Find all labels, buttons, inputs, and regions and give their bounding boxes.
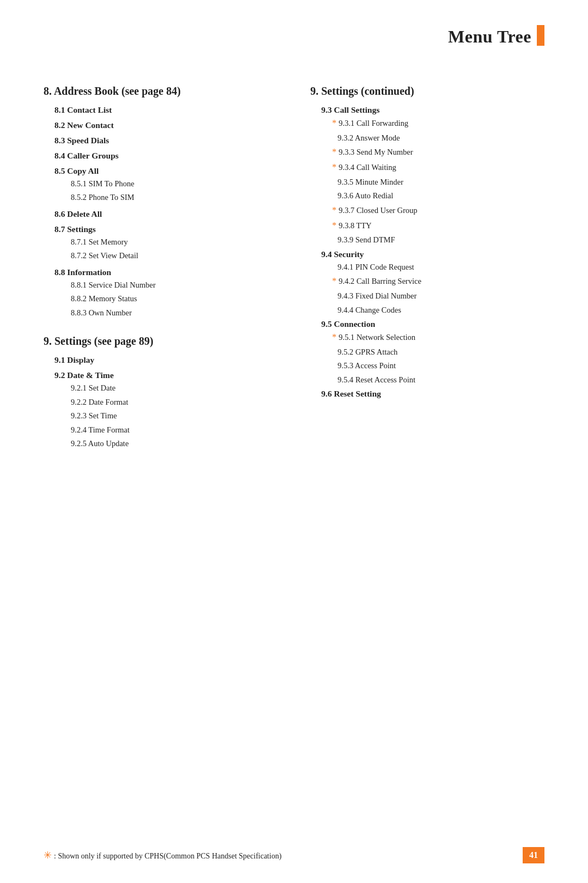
item-9-3-9: 9.3.9 Send DTMF — [310, 234, 544, 246]
item-9-3-3: * 9.3.3 Send My Number — [310, 145, 544, 159]
item-8-8-2: 8.8.2 Memory Status — [44, 293, 278, 305]
item-9-4-1: 9.4.1 PIN Code Request — [310, 261, 544, 273]
item-9-4-3: 9.4.3 Fixed Dial Number — [310, 290, 544, 302]
item-9-3-3-text: 9.3.3 Send My Number — [339, 146, 413, 158]
item-8-8-3: 8.8.3 Own Number — [44, 307, 278, 319]
item-9-4: 9.4 Security — [310, 249, 544, 259]
item-9-6: 9.6 Reset Setting — [310, 389, 544, 399]
item-9-3-7-text: 9.3.7 Closed User Group — [339, 204, 418, 216]
item-8-2: 8.2 New Contact — [44, 120, 278, 130]
item-9-5-1: * 9.5.1 Network Selection — [310, 331, 544, 344]
item-9-1: 9.1 Display — [44, 355, 278, 365]
star-icon-9-5-1: * — [332, 331, 336, 344]
page-title: Menu Tree — [448, 27, 531, 47]
section-9-right: 9. Settings (continued) 9.3 Call Setting… — [310, 85, 544, 399]
item-9-3: 9.3 Call Settings — [310, 105, 544, 115]
item-9-5-3: 9.5.3 Access Point — [310, 360, 544, 372]
item-9-2-2: 9.2.2 Date Format — [44, 396, 278, 408]
item-9-2-4: 9.2.4 Time Format — [44, 424, 278, 436]
item-9-5-4: 9.5.4 Reset Access Point — [310, 374, 544, 386]
item-9-3-4-text: 9.3.4 Call Waiting — [339, 161, 396, 173]
item-9-5: 9.5 Connection — [310, 319, 544, 329]
section-9-left: 9. Settings (see page 89) 9.1 Display 9.… — [44, 335, 278, 449]
star-icon-9-3-4: * — [332, 161, 336, 174]
item-9-3-7: * 9.3.7 Closed User Group — [310, 204, 544, 217]
footer-star-icon: ✳ — [44, 850, 52, 861]
item-9-3-5: 9.3.5 Minute Minder — [310, 176, 544, 188]
orange-accent-bar — [537, 25, 544, 46]
item-8-4: 8.4 Caller Groups — [44, 151, 278, 161]
item-9-4-2-text: 9.4.2 Call Barring Service — [339, 275, 421, 287]
item-8-1: 8.1 Contact List — [44, 105, 278, 115]
item-9-3-6: 9.3.6 Auto Redial — [310, 190, 544, 202]
item-8-3: 8.3 Speed Dials — [44, 136, 278, 145]
item-9-2-3: 9.2.3 Set Time — [44, 410, 278, 422]
page-header: Menu Tree — [0, 0, 588, 63]
item-8-5: 8.5 Copy All — [44, 166, 278, 176]
item-9-3-4: * 9.3.4 Call Waiting — [310, 161, 544, 174]
item-9-2: 9.2 Date & Time — [44, 370, 278, 380]
item-9-2-5: 9.2.5 Auto Update — [44, 437, 278, 449]
footer-note-text: : Shown only if supported by CPHS(Common… — [54, 852, 281, 860]
item-8-5-2: 8.5.2 Phone To SIM — [44, 191, 278, 203]
item-9-3-8: * 9.3.8 TTY — [310, 219, 544, 233]
star-icon-9-3-8: * — [332, 219, 336, 233]
page-number: 41 — [523, 847, 544, 863]
item-9-4-2: * 9.4.2 Call Barring Service — [310, 275, 544, 288]
item-8-8-1: 8.8.1 Service Dial Number — [44, 279, 278, 291]
section-9-right-title: 9. Settings (continued) — [310, 85, 544, 98]
main-content: 8. Address Book (see page 84) 8.1 Contac… — [0, 63, 588, 483]
item-9-3-1: * 9.3.1 Call Forwarding — [310, 117, 544, 130]
item-8-7-1: 8.7.1 Set Memory — [44, 236, 278, 248]
item-8-5-1: 8.5.1 SIM To Phone — [44, 178, 278, 190]
item-9-3-8-text: 9.3.8 TTY — [339, 220, 372, 232]
item-9-4-4: 9.4.4 Change Codes — [310, 304, 544, 316]
item-8-7: 8.7 Settings — [44, 224, 278, 234]
item-9-3-1-text: 9.3.1 Call Forwarding — [339, 117, 408, 129]
star-icon-9-3-3: * — [332, 145, 336, 159]
star-icon-9-3-1: * — [332, 117, 336, 130]
item-8-6: 8.6 Delete All — [44, 209, 278, 219]
star-icon-9-3-7: * — [332, 204, 336, 217]
section-8-title: 8. Address Book (see page 84) — [44, 85, 278, 98]
item-8-8: 8.8 Information — [44, 267, 278, 277]
right-column: 9. Settings (continued) 9.3 Call Setting… — [310, 85, 544, 450]
item-9-5-1-text: 9.5.1 Network Selection — [339, 331, 415, 343]
section-9-left-title: 9. Settings (see page 89) — [44, 335, 278, 348]
section-8: 8. Address Book (see page 84) 8.1 Contac… — [44, 85, 278, 319]
star-icon-9-4-2: * — [332, 275, 336, 288]
left-column: 8. Address Book (see page 84) 8.1 Contac… — [44, 85, 278, 450]
item-9-2-1: 9.2.1 Set Date — [44, 382, 278, 394]
item-9-5-2: 9.5.2 GPRS Attach — [310, 346, 544, 358]
footer: ✳: Shown only if supported by CPHS(Commo… — [0, 847, 588, 863]
item-8-7-2: 8.7.2 Set View Detail — [44, 249, 278, 261]
footer-note: ✳: Shown only if supported by CPHS(Commo… — [44, 849, 281, 861]
item-9-3-2: 9.3.2 Answer Mode — [310, 132, 544, 144]
